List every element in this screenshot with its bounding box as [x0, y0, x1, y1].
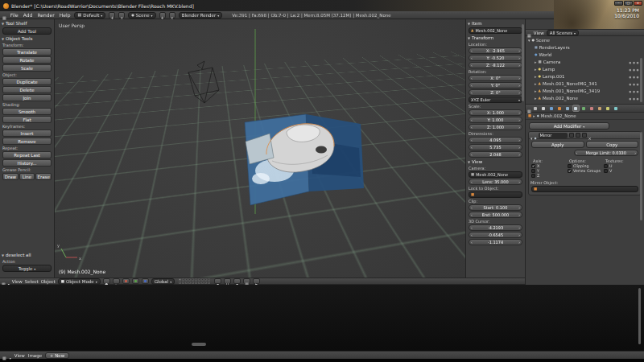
- scale-manipulator-toggle[interactable]: [142, 278, 149, 284]
- modifier-header[interactable]: Mirror: [529, 132, 641, 139]
- properties-scrollbar[interactable]: [640, 132, 642, 220]
- expand-icon[interactable]: [535, 60, 537, 64]
- clipping-checkbox[interactable]: [568, 164, 572, 168]
- view-menu[interactable]: View: [12, 279, 23, 284]
- add-modifier-button[interactable]: Add Modifier: [529, 122, 609, 130]
- outliner-row-lamp-001[interactable]: Lamp.001: [526, 72, 644, 80]
- snap-element-dropdown[interactable]: [233, 278, 241, 284]
- texture-u-checkbox[interactable]: [604, 164, 608, 168]
- menu-add[interactable]: Add: [23, 12, 34, 18]
- modifier-name-field[interactable]: Mirror: [539, 133, 568, 138]
- screen-layout-dropdown[interactable]: Default: [74, 12, 105, 19]
- outliner-row-renderlayers[interactable]: RenderLayers: [526, 43, 644, 51]
- delete-button[interactable]: Delete: [2, 86, 52, 93]
- display-mode-dropdown[interactable]: All Scenes: [547, 30, 579, 36]
- cursor-y-field[interactable]: -0.6545: [469, 232, 522, 238]
- merge-limit-field[interactable]: Merge Limit: 0.0330: [574, 150, 638, 156]
- menu-render[interactable]: Render: [36, 12, 55, 18]
- outliner-scrollbar[interactable]: [640, 58, 642, 102]
- snap-magnet-icon[interactable]: [224, 278, 231, 284]
- visibility-icons[interactable]: [629, 88, 640, 93]
- mirror-object-field[interactable]: [531, 186, 638, 192]
- lens-field[interactable]: Lens: 35.000: [469, 179, 522, 185]
- object-menu[interactable]: Object: [41, 279, 56, 284]
- tab-scene-icon[interactable]: [540, 105, 547, 112]
- join-button[interactable]: Join: [2, 94, 52, 101]
- viewport-shading-dropdown[interactable]: [103, 278, 110, 284]
- clip-start-field[interactable]: Start: 0.100: [469, 204, 522, 211]
- minimize-button[interactable]: –: [614, 1, 623, 6]
- outliner-row-mesh-001-img341[interactable]: Mesh.001_NoneIMG_341: [526, 80, 644, 87]
- image-menu[interactable]: Image: [28, 353, 42, 358]
- gp-erase-button[interactable]: Erase: [35, 173, 52, 180]
- rotate-button[interactable]: Rotate: [2, 56, 52, 64]
- scale-button[interactable]: Scale: [2, 64, 52, 72]
- translate-manipulator-toggle[interactable]: [122, 278, 130, 284]
- new-image-button[interactable]: New: [45, 352, 69, 359]
- remove-keyframe-button[interactable]: Remove: [2, 138, 52, 145]
- rotation-mode-dropdown[interactable]: XYZ Euler: [469, 97, 522, 103]
- repeat-last-button[interactable]: Repeat Last: [2, 151, 52, 158]
- cursor-x-field[interactable]: -4.2193: [469, 224, 522, 231]
- action-dropdown[interactable]: Toggle: [2, 265, 52, 272]
- scale-z-field[interactable]: Z: 1.000: [469, 124, 522, 130]
- image-editor-hscrollbar[interactable]: [192, 343, 206, 346]
- rotation-y-field[interactable]: Y: 0°: [469, 82, 522, 88]
- vertex-groups-checkbox[interactable]: ✓: [568, 169, 572, 173]
- tab-world-icon[interactable]: [548, 105, 555, 112]
- axis-y-checkbox[interactable]: [531, 169, 535, 173]
- gp-draw-button[interactable]: Draw: [2, 173, 19, 180]
- scene-lock-icon[interactable]: [214, 278, 221, 284]
- 3d-viewport[interactable]: x y User Persp (9) Mesh.002_None: [55, 19, 465, 278]
- opengl-render-icon[interactable]: [243, 278, 250, 284]
- select-menu[interactable]: Select: [25, 279, 39, 284]
- history-button[interactable]: History...: [2, 159, 52, 167]
- object-tools-panel-header[interactable]: Object Tools: [1, 35, 53, 42]
- tab-physics-icon[interactable]: [613, 105, 620, 112]
- visibility-icons[interactable]: [629, 96, 640, 101]
- scale-x-field[interactable]: X: 1.000: [469, 109, 522, 116]
- add-layout-button[interactable]: [109, 12, 115, 19]
- rotate-manipulator-toggle[interactable]: [132, 278, 139, 284]
- add-tool-button[interactable]: Add Tool: [2, 27, 52, 35]
- expand-icon[interactable]: [535, 74, 537, 79]
- layers-grid[interactable]: [179, 278, 210, 284]
- window-titlebar[interactable]: Blender* [C:\Users\RoadWarrior\Documents…: [0, 0, 644, 11]
- outliner-row-mesh-001-img3419[interactable]: Mesh.001_NoneIMG_3419: [526, 87, 644, 94]
- tab-render-icon[interactable]: [532, 105, 539, 112]
- outliner-row-lamp[interactable]: Lamp: [526, 65, 644, 72]
- outliner-view-menu[interactable]: View: [534, 31, 544, 35]
- modifier-edit-toggle[interactable]: [582, 133, 587, 138]
- visibility-icons[interactable]: [629, 81, 640, 86]
- maximize-button[interactable]: □: [624, 1, 633, 6]
- outliner-row-camera[interactable]: Camera: [526, 58, 644, 65]
- tab-texture-icon[interactable]: [597, 105, 604, 112]
- camera-object-field[interactable]: Mesh.002_None: [469, 171, 522, 178]
- operator-panel-header[interactable]: deselect all: [1, 252, 53, 258]
- apply-button[interactable]: Apply: [531, 141, 584, 148]
- add-scene-button[interactable]: [159, 12, 166, 19]
- menu-file[interactable]: File: [10, 12, 19, 18]
- mode-dropdown[interactable]: Object Mode: [58, 278, 101, 285]
- tab-data-icon[interactable]: [580, 105, 588, 112]
- flat-button[interactable]: Flat: [2, 116, 52, 123]
- remove-scene-button[interactable]: [169, 12, 175, 19]
- rotation-z-field[interactable]: Z: 0°: [469, 89, 522, 96]
- smooth-button[interactable]: Smooth: [2, 108, 52, 115]
- expand-icon[interactable]: [535, 67, 537, 72]
- expand-icon[interactable]: [535, 96, 537, 101]
- tab-object-icon[interactable]: [556, 105, 564, 112]
- tab-material-icon[interactable]: [588, 105, 596, 112]
- viewport-scene[interactable]: x y: [55, 19, 465, 278]
- opengl-render-anim-icon[interactable]: [253, 278, 260, 284]
- dimensions-x-field[interactable]: 4.095: [469, 137, 522, 143]
- image-view-menu[interactable]: View: [14, 353, 25, 358]
- render-engine-dropdown[interactable]: Blender Render: [179, 12, 223, 19]
- editor-type-button[interactable]: [527, 102, 531, 115]
- tab-constraints-icon[interactable]: [564, 105, 572, 112]
- transform-panel-header[interactable]: Transform: [467, 35, 524, 41]
- location-z-field[interactable]: Z: -8.122: [469, 62, 522, 68]
- view-panel-header[interactable]: View: [467, 158, 524, 165]
- camera-object[interactable]: [188, 61, 219, 103]
- modifier-render-toggle[interactable]: [569, 133, 574, 138]
